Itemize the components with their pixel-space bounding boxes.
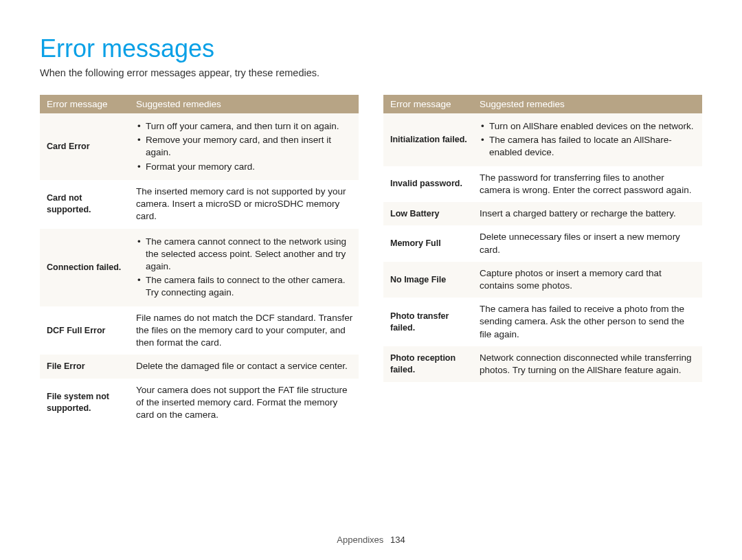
- remedy-list-item: The camera cannot connect to the network…: [136, 236, 353, 273]
- remedy-list: The camera cannot connect to the network…: [136, 236, 353, 300]
- remedy-cell: The password for transferring files to a…: [473, 166, 702, 202]
- error-message-cell: DCF Full Error: [40, 306, 129, 355]
- remedy-list-item: Turn off your camera, and then turn it o…: [136, 120, 353, 133]
- th-error-message: Error message: [383, 95, 473, 113]
- th-suggested-remedies: Suggested remedies: [129, 95, 359, 113]
- table-row: DCF Full ErrorFile names do not match th…: [40, 306, 359, 355]
- table-row: Connection failed.The camera cannot conn…: [40, 229, 359, 306]
- error-message-cell: Photo transfer failed.: [383, 298, 473, 346]
- page-title: Error messages: [40, 34, 702, 63]
- table-row: Card not supported.The inserted memory c…: [40, 180, 359, 229]
- remedy-list-item: Remove your memory card, and then insert…: [136, 134, 353, 159]
- table-row: Photo transfer failed.The camera has fai…: [383, 298, 702, 346]
- remedy-cell: The camera cannot connect to the network…: [129, 229, 359, 306]
- error-message-cell: Invalid password.: [383, 166, 473, 202]
- table-row: Low BatteryInsert a charged battery or r…: [383, 202, 702, 225]
- remedy-cell: Your camera does not support the FAT fil…: [129, 379, 359, 427]
- table-row: Initialization failed.Turn on AllShare e…: [383, 113, 702, 166]
- remedy-list-item: Format your memory card.: [136, 161, 353, 173]
- left-column: Error message Suggested remedies Card Er…: [40, 95, 359, 427]
- error-message-cell: Connection failed.: [40, 229, 129, 306]
- th-suggested-remedies: Suggested remedies: [473, 95, 702, 113]
- remedy-cell: The inserted memory card is not supporte…: [129, 180, 359, 229]
- tbody-right: Initialization failed.Turn on AllShare e…: [383, 113, 702, 382]
- page-footer: Appendixes 134: [0, 535, 742, 545]
- remedy-list: Turn off your camera, and then turn it o…: [136, 120, 353, 173]
- remedy-list-item: The camera fails to connect to the other…: [136, 274, 353, 299]
- table-row: Memory FullDelete unnecessary files or i…: [383, 225, 702, 261]
- error-message-cell: Low Battery: [383, 202, 473, 225]
- remedy-cell: Capture photos or insert a memory card t…: [473, 262, 702, 298]
- remedy-list-item: The camera has failed to locate an AllSh…: [480, 134, 697, 159]
- error-message-cell: Card not supported.: [40, 180, 129, 229]
- th-error-message: Error message: [40, 95, 129, 113]
- error-message-cell: File Error: [40, 355, 129, 378]
- error-message-cell: Memory Full: [383, 225, 473, 261]
- error-table-right: Error message Suggested remedies Initial…: [383, 95, 702, 382]
- table-row: File ErrorDelete the damaged file or con…: [40, 355, 359, 378]
- error-message-cell: No Image File: [383, 262, 473, 298]
- table-row: Card ErrorTurn off your camera, and then…: [40, 113, 359, 180]
- remedy-cell: Turn off your camera, and then turn it o…: [129, 113, 359, 180]
- right-column: Error message Suggested remedies Initial…: [383, 95, 702, 427]
- remedy-cell: Insert a charged battery or recharge the…: [473, 202, 702, 225]
- remedy-cell: Network connection disconnected while tr…: [473, 346, 702, 382]
- remedy-cell: Delete the damaged file or contact a ser…: [129, 355, 359, 378]
- manual-page: Error messages When the following error …: [0, 0, 742, 560]
- remedy-cell: Turn on AllShare enabled devices on the …: [473, 113, 702, 166]
- error-message-cell: Photo reception failed.: [383, 346, 473, 382]
- remedy-cell: File names do not match the DCF standard…: [129, 306, 359, 355]
- table-row: Photo reception failed.Network connectio…: [383, 346, 702, 382]
- remedy-cell: Delete unnecessary files or insert a new…: [473, 225, 702, 261]
- table-row: No Image FileCapture photos or insert a …: [383, 262, 702, 298]
- remedy-list-item: Turn on AllShare enabled devices on the …: [480, 120, 697, 133]
- footer-page-number: 134: [390, 535, 405, 545]
- table-row: Invalid password.The password for transf…: [383, 166, 702, 202]
- table-row: File system not supported.Your camera do…: [40, 379, 359, 427]
- remedy-cell: The camera has failed to receive a photo…: [473, 298, 702, 346]
- error-message-cell: Initialization failed.: [383, 113, 473, 166]
- remedy-list: Turn on AllShare enabled devices on the …: [480, 120, 697, 159]
- error-table-left: Error message Suggested remedies Card Er…: [40, 95, 359, 427]
- error-message-cell: File system not supported.: [40, 379, 129, 427]
- footer-section: Appendixes: [337, 535, 383, 545]
- two-column-layout: Error message Suggested remedies Card Er…: [40, 95, 702, 427]
- intro-text: When the following error messages appear…: [40, 67, 702, 78]
- tbody-left: Card ErrorTurn off your camera, and then…: [40, 113, 359, 427]
- error-message-cell: Card Error: [40, 113, 129, 180]
